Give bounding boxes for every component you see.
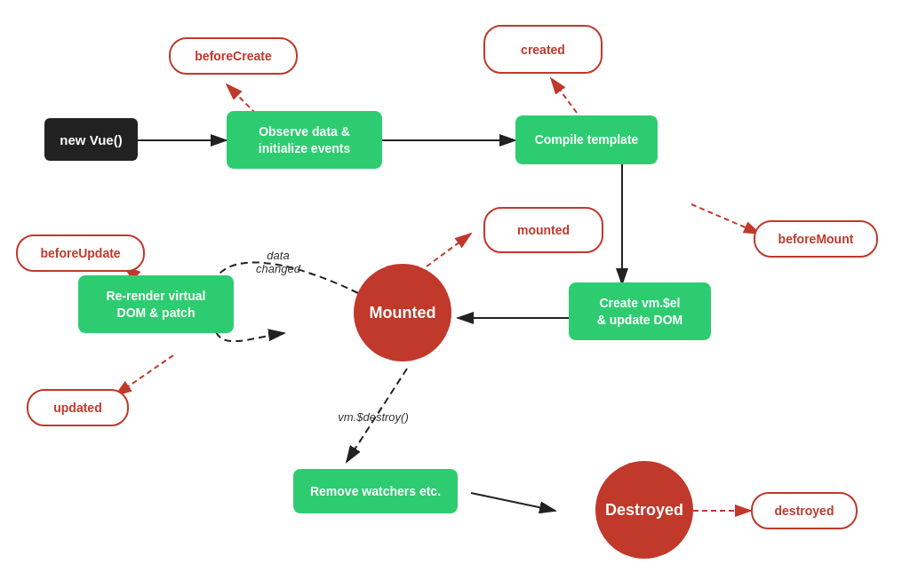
before-create-label: beforeCreate	[195, 49, 271, 63]
before-mount-label: beforeMount	[778, 232, 854, 246]
mounted-hook-label: mounted	[517, 223, 570, 237]
data-changed-label: data changed	[238, 249, 318, 275]
updated-hook: updated	[27, 389, 129, 426]
new-vue-label: new Vue()	[60, 132, 122, 147]
remove-watchers-label: Remove watchers etc.	[310, 483, 441, 499]
before-mount-hook: beforeMount	[754, 220, 878, 258]
observe-data-label: Observe data & initialize events	[259, 123, 350, 155]
mounted-circle: Mounted	[354, 264, 451, 362]
svg-line-11	[691, 204, 760, 234]
re-render-label: Re-render virtual DOM & patch	[106, 288, 205, 320]
mounted-hook: mounted	[483, 207, 603, 253]
destroyed-circle: Destroyed	[595, 461, 693, 559]
re-render-node: Re-render virtual DOM & patch	[78, 275, 234, 333]
created-label: created	[521, 43, 565, 57]
observe-data-node: Observe data & initialize events	[227, 111, 382, 169]
mounted-circle-label: Mounted	[370, 304, 436, 322]
before-update-hook: beforeUpdate	[16, 234, 145, 272]
remove-watchers-node: Remove watchers etc.	[293, 469, 458, 513]
svg-line-12	[427, 234, 471, 266]
create-vm-label: Create vm.$el & update DOM	[597, 295, 682, 327]
before-update-label: beforeUpdate	[40, 246, 120, 260]
create-vm-node: Create vm.$el & update DOM	[569, 282, 711, 340]
svg-line-8	[471, 493, 555, 511]
created-hook: created	[483, 25, 603, 74]
new-vue-node: new Vue()	[44, 118, 138, 161]
destroyed-hook-label: destroyed	[775, 504, 834, 518]
compile-template-node: Compile template	[515, 115, 658, 164]
lifecycle-diagram: new Vue() Observe data & initialize even…	[0, 0, 910, 588]
destroyed-hook: destroyed	[751, 492, 858, 529]
svg-line-10	[551, 78, 582, 120]
vm-destroy-label: vm.$destroy()	[320, 410, 427, 424]
compile-template-label: Compile template	[535, 131, 639, 147]
destroyed-circle-label: Destroyed	[605, 501, 683, 520]
svg-line-14	[116, 355, 173, 395]
before-create-hook: beforeCreate	[169, 37, 298, 75]
updated-label: updated	[53, 401, 101, 415]
